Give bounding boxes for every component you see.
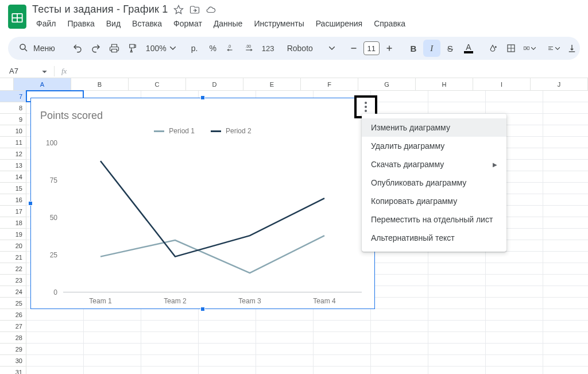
resize-handle-top[interactable] bbox=[200, 95, 205, 100]
svg-line-5 bbox=[25, 49, 27, 51]
name-box[interactable]: A7 bbox=[3, 67, 51, 75]
column-header-J[interactable]: J bbox=[531, 78, 588, 91]
row-header-19[interactable]: 19 bbox=[0, 229, 26, 240]
row-header-20[interactable]: 20 bbox=[0, 240, 26, 252]
cloud-status-icon[interactable] bbox=[206, 5, 216, 15]
context-menu-item[interactable]: Копировать диаграмму bbox=[362, 192, 506, 210]
row-header-24[interactable]: 24 bbox=[0, 286, 26, 298]
fx-icon: fx bbox=[58, 67, 70, 76]
row-header-16[interactable]: 16 bbox=[0, 194, 26, 206]
strikethrough-button[interactable]: S bbox=[442, 40, 459, 57]
row-header-31[interactable]: 31 bbox=[0, 367, 26, 374]
column-header-H[interactable]: H bbox=[416, 78, 473, 91]
row-header-17[interactable]: 17 bbox=[0, 206, 26, 217]
x-tick-label: Team 2 bbox=[164, 297, 186, 305]
column-header-A[interactable]: A bbox=[14, 78, 71, 91]
legend-item-period2[interactable]: Period 2 bbox=[211, 127, 252, 135]
row-header-10[interactable]: 10 bbox=[0, 125, 26, 137]
move-to-folder-icon[interactable] bbox=[189, 5, 200, 15]
row-header-30[interactable]: 30 bbox=[0, 355, 26, 367]
horizontal-align-button[interactable] bbox=[545, 40, 562, 57]
svg-point-4 bbox=[20, 44, 25, 49]
row-header-7[interactable]: 7 bbox=[0, 91, 26, 102]
paint-format-button[interactable] bbox=[124, 40, 141, 57]
row-header-15[interactable]: 15 bbox=[0, 183, 26, 194]
borders-button[interactable] bbox=[502, 40, 520, 57]
vertical-align-button[interactable] bbox=[563, 40, 581, 57]
context-menu-item[interactable]: Изменить диаграмму bbox=[362, 118, 506, 137]
resize-handle-left[interactable] bbox=[28, 201, 33, 206]
merge-cells-button[interactable] bbox=[521, 40, 538, 57]
font-size-input[interactable] bbox=[363, 41, 380, 55]
menu-file[interactable]: Файл bbox=[32, 17, 60, 30]
row-header-23[interactable]: 23 bbox=[0, 275, 26, 286]
column-header-F[interactable]: F bbox=[301, 78, 358, 91]
row-header-14[interactable]: 14 bbox=[0, 171, 26, 183]
menu-data[interactable]: Данные bbox=[210, 17, 247, 30]
column-header-D[interactable]: D bbox=[186, 78, 243, 91]
y-tick-label: 50 bbox=[41, 214, 57, 222]
row-header-13[interactable]: 13 bbox=[0, 160, 26, 171]
text-color-button[interactable]: A bbox=[460, 40, 477, 57]
increase-decimal-button[interactable]: .00 bbox=[241, 40, 258, 57]
menu-tools[interactable]: Инструменты bbox=[250, 17, 308, 30]
doc-title[interactable]: Тесты и задания - График 1 bbox=[32, 3, 168, 16]
column-header-E[interactable]: E bbox=[243, 78, 301, 91]
row-header-22[interactable]: 22 bbox=[0, 263, 26, 275]
row-header-8[interactable]: 8 bbox=[0, 102, 26, 114]
x-tick-label: Team 1 bbox=[89, 297, 111, 305]
italic-button[interactable]: I bbox=[423, 40, 440, 57]
bold-button[interactable]: B bbox=[405, 40, 422, 57]
column-header-I[interactable]: I bbox=[473, 78, 531, 91]
menu-edit[interactable]: Правка bbox=[63, 17, 98, 30]
decrease-decimal-button[interactable]: .0 bbox=[223, 40, 240, 57]
legend-item-period1[interactable]: Period 1 bbox=[154, 127, 195, 135]
row-header-11[interactable]: 11 bbox=[0, 137, 26, 148]
y-tick-label: 25 bbox=[41, 251, 57, 259]
context-menu-item[interactable]: Альтернативный текст bbox=[362, 229, 506, 247]
column-header-C[interactable]: C bbox=[129, 78, 186, 91]
row-header-28[interactable]: 28 bbox=[0, 332, 26, 344]
increase-font-size-button[interactable] bbox=[381, 40, 398, 57]
menu-help[interactable]: Справка bbox=[370, 17, 409, 30]
undo-button[interactable] bbox=[69, 40, 86, 57]
menu-bar: Файл Правка Вид Вставка Формат Данные Ин… bbox=[32, 17, 409, 30]
print-button[interactable] bbox=[106, 40, 123, 57]
resize-handle-bottom[interactable] bbox=[200, 307, 205, 311]
percent-format-button[interactable]: % bbox=[204, 40, 222, 57]
row-header-9[interactable]: 9 bbox=[0, 114, 26, 125]
star-icon[interactable] bbox=[173, 5, 184, 15]
menu-insert[interactable]: Вставка bbox=[128, 17, 166, 30]
row-header-21[interactable]: 21 bbox=[0, 252, 26, 263]
row-header-29[interactable]: 29 bbox=[0, 344, 26, 355]
x-tick-label: Team 3 bbox=[238, 297, 261, 305]
decrease-font-size-button[interactable] bbox=[345, 40, 362, 57]
context-menu-item[interactable]: Опубликовать диаграмму bbox=[362, 173, 506, 192]
chart-title[interactable]: Points scored bbox=[40, 110, 103, 122]
fill-color-button[interactable] bbox=[484, 40, 501, 57]
font-family-select[interactable]: Roboto bbox=[284, 44, 338, 53]
context-menu-item[interactable]: Удалить диаграмму bbox=[362, 137, 506, 155]
formula-bar-input[interactable] bbox=[70, 64, 588, 78]
menu-view[interactable]: Вид bbox=[102, 17, 125, 30]
row-header-18[interactable]: 18 bbox=[0, 217, 26, 229]
chart-plot-area: 0255075100Team 1Team 2Team 3Team 4 bbox=[63, 143, 362, 292]
chart-object[interactable]: Points scored Period 1 Period 2 02550751… bbox=[30, 98, 375, 309]
context-menu-item[interactable]: Переместить на отдельный лист bbox=[362, 210, 506, 229]
zoom-select[interactable]: 100% bbox=[142, 44, 179, 53]
more-formats-button[interactable]: 123 bbox=[260, 40, 277, 57]
menu-extensions[interactable]: Расширения bbox=[312, 17, 366, 30]
row-header-12[interactable]: 12 bbox=[0, 148, 26, 160]
menu-format[interactable]: Формат bbox=[169, 17, 206, 30]
row-header-25[interactable]: 25 bbox=[0, 298, 26, 309]
menus-button[interactable]: Меню bbox=[13, 39, 62, 57]
svg-point-13 bbox=[495, 46, 497, 48]
sheets-logo-icon[interactable] bbox=[8, 5, 26, 29]
column-header-G[interactable]: G bbox=[358, 78, 416, 91]
row-header-26[interactable]: 26 bbox=[0, 309, 26, 321]
currency-format-button[interactable]: р. bbox=[186, 40, 203, 57]
context-menu-item[interactable]: Скачать диаграмму▶ bbox=[362, 155, 506, 173]
column-header-B[interactable]: B bbox=[71, 78, 129, 91]
redo-button[interactable] bbox=[87, 40, 105, 57]
row-header-27[interactable]: 27 bbox=[0, 321, 26, 332]
